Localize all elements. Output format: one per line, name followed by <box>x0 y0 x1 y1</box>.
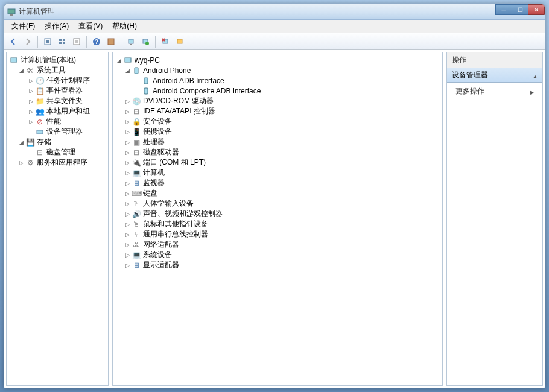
hid-icon: 🖱 <box>132 199 141 209</box>
device-display[interactable]: ▷ 🖥 显示适配器 <box>114 260 441 270</box>
refresh-button[interactable] <box>139 35 152 48</box>
device-security[interactable]: ▷ 🔒 安全设备 <box>114 116 441 127</box>
collapse-icon[interactable]: ◢ <box>115 57 122 64</box>
device-tree: ◢ wyq-PC ◢ Android Phone Android ADB Int… <box>113 52 442 273</box>
expand-icon[interactable]: ▷ <box>124 221 131 228</box>
spacer <box>27 149 34 156</box>
device-monitor[interactable]: ▷ 🖥 监视器 <box>114 178 441 188</box>
device-ide[interactable]: ▷ ⊟ IDE ATA/ATAPI 控制器 <box>114 106 441 116</box>
device-keyboard[interactable]: ▷ ⌨ 键盘 <box>114 188 441 198</box>
scan-button[interactable] <box>124 35 138 48</box>
tree-system-tools[interactable]: ◢ 🛠 系统工具 <box>8 65 107 75</box>
maximize-button[interactable]: ☐ <box>512 4 528 15</box>
expand-icon[interactable]: ▷ <box>124 98 131 105</box>
expand-icon[interactable]: ▷ <box>124 200 131 207</box>
device-android-adb[interactable]: Android ADB Interface <box>114 75 441 86</box>
tree-disk-management[interactable]: ⊟ 磁盘管理 <box>8 147 107 157</box>
tree-label: Android Phone <box>143 66 191 75</box>
toolbar-separator <box>121 36 121 48</box>
menu-file[interactable]: 文件(F) <box>7 20 40 33</box>
tree-shared-folders[interactable]: ▷ 📁 共享文件夹 <box>8 96 107 106</box>
expand-icon[interactable]: ▷ <box>124 159 131 166</box>
expand-icon[interactable]: ▷ <box>124 169 131 177</box>
close-button[interactable]: ✕ <box>528 4 545 15</box>
tree-label: 本地用户和组 <box>46 106 90 116</box>
svg-rect-6 <box>59 42 62 44</box>
properties-button[interactable] <box>70 35 83 48</box>
tool-button-1[interactable] <box>104 35 118 48</box>
svg-rect-28 <box>144 88 148 94</box>
collapse-icon[interactable]: ◢ <box>17 67 25 74</box>
help-button[interactable]: ? <box>90 35 103 48</box>
svg-rect-1 <box>10 14 13 16</box>
expand-icon[interactable]: ▷ <box>124 118 131 125</box>
expand-icon[interactable]: ▷ <box>124 251 131 259</box>
actions-section[interactable]: 设备管理器 <box>447 68 542 83</box>
tree-root[interactable]: 计算机管理(本地) <box>8 55 107 65</box>
collapse-icon[interactable]: ◢ <box>124 67 131 74</box>
menu-view[interactable]: 查看(V) <box>74 20 107 33</box>
minimize-button[interactable]: ─ <box>495 4 512 15</box>
titlebar[interactable]: 计算机管理 ─ ☐ ✕ <box>4 4 545 20</box>
menu-help[interactable]: 帮助(H) <box>107 20 142 33</box>
device-ports[interactable]: ▷ 🔌 端口 (COM 和 LPT) <box>114 157 441 168</box>
device-processor[interactable]: ▷ ▣ 处理器 <box>114 137 441 147</box>
computer-icon <box>9 55 19 65</box>
svg-rect-14 <box>108 39 114 45</box>
device-disk-drive[interactable]: ▷ ⊟ 磁盘驱动器 <box>114 147 441 157</box>
actions-section-title: 设备管理器 <box>452 70 488 80</box>
device-dvd[interactable]: ▷ 💿 DVD/CD-ROM 驱动器 <box>114 96 441 106</box>
expand-icon[interactable]: ▷ <box>124 231 131 238</box>
views-button[interactable] <box>56 35 69 48</box>
tree-device-manager[interactable]: 设备管理器 <box>8 127 107 137</box>
expand-icon[interactable]: ▷ <box>27 98 34 105</box>
svg-rect-21 <box>11 58 17 62</box>
more-actions-link[interactable]: 更多操作 <box>447 83 542 100</box>
forward-button[interactable] <box>21 35 34 48</box>
tree-label: 网络适配器 <box>143 239 179 250</box>
expand-icon[interactable]: ▷ <box>27 108 34 115</box>
back-button[interactable] <box>7 35 20 48</box>
collapse-icon[interactable] <box>533 71 538 80</box>
tree-storage[interactable]: ◢ 💾 存储 <box>8 137 107 147</box>
expand-icon[interactable]: ▷ <box>27 77 34 84</box>
expand-icon[interactable]: ▷ <box>124 190 131 197</box>
phone-icon <box>132 66 141 75</box>
tree-services[interactable]: ▷ ⚙ 服务和应用程序 <box>8 157 107 168</box>
expand-icon[interactable]: ▷ <box>17 159 25 166</box>
tree-event-viewer[interactable]: ▷ 📋 事件查看器 <box>8 86 107 96</box>
expand-icon[interactable]: ▷ <box>124 241 131 248</box>
usb-icon: ⑂ <box>132 230 141 239</box>
device-network[interactable]: ▷ 🖧 网络适配器 <box>114 239 441 250</box>
up-button[interactable] <box>41 35 54 48</box>
expand-icon[interactable]: ▷ <box>27 87 34 95</box>
tree-label: 人体学输入设备 <box>143 198 194 209</box>
expand-icon[interactable]: ▷ <box>124 108 131 115</box>
expand-icon[interactable]: ▷ <box>124 262 131 269</box>
device-mouse[interactable]: ▷ 🖱 鼠标和其他指针设备 <box>114 219 441 229</box>
expand-icon[interactable]: ▷ <box>124 210 131 218</box>
device-android-phone[interactable]: ◢ Android Phone <box>114 65 441 75</box>
tree-local-users[interactable]: ▷ 👥 本地用户和组 <box>8 106 107 116</box>
expand-icon[interactable]: ▷ <box>124 180 131 187</box>
tree-performance[interactable]: ▷ ⊘ 性能 <box>8 116 107 127</box>
collapse-icon[interactable]: ◢ <box>17 139 25 146</box>
device-root[interactable]: ◢ wyq-PC <box>114 55 441 65</box>
device-portable[interactable]: ▷ 📱 便携设备 <box>114 127 441 137</box>
expand-icon[interactable]: ▷ <box>124 128 131 136</box>
device-computer[interactable]: ▷ 💻 计算机 <box>114 168 441 178</box>
svg-rect-15 <box>129 39 133 43</box>
content-area: 计算机管理(本地) ◢ 🛠 系统工具 ▷ 🕐 任务计划程序 ▷ 📋 事件查看器 <box>4 50 545 388</box>
uninstall-button[interactable] <box>159 35 172 48</box>
device-system[interactable]: ▷ 💻 系统设备 <box>114 250 441 260</box>
expand-icon[interactable]: ▷ <box>27 118 34 125</box>
device-usb[interactable]: ▷ ⑂ 通用串行总线控制器 <box>114 229 441 239</box>
expand-icon[interactable]: ▷ <box>124 149 131 156</box>
device-audio[interactable]: ▷ 🔊 声音、视频和游戏控制器 <box>114 209 441 219</box>
menu-action[interactable]: 操作(A) <box>40 20 74 33</box>
device-hid[interactable]: ▷ 🖱 人体学输入设备 <box>114 198 441 209</box>
expand-icon[interactable]: ▷ <box>124 139 131 146</box>
device-android-composite[interactable]: Android Composite ADB Interface <box>114 86 441 96</box>
tree-task-scheduler[interactable]: ▷ 🕐 任务计划程序 <box>8 75 107 86</box>
legacy-button[interactable] <box>173 35 186 48</box>
